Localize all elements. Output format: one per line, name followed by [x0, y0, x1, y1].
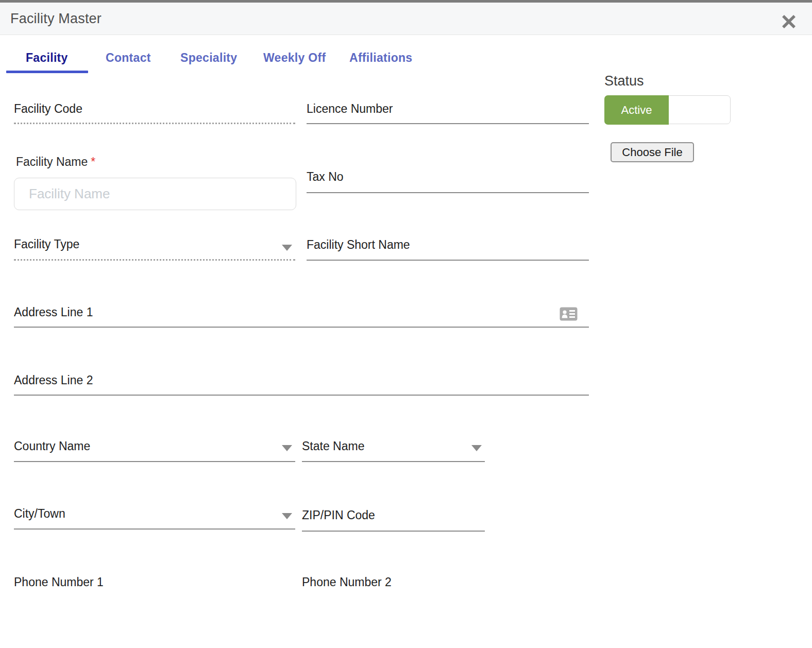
status-toggle-active-segment[interactable]: Active: [604, 95, 669, 125]
facility-type-select[interactable]: Facility Type: [14, 237, 295, 261]
facility-name-label: Facility Name*: [16, 155, 95, 169]
tab-facility[interactable]: Facility: [26, 51, 68, 65]
facility-short-name-field[interactable]: Facility Short Name: [307, 238, 589, 261]
address-line-2-field[interactable]: Address Line 2: [14, 373, 589, 396]
tab-weekly-off[interactable]: Weekly Off: [263, 51, 326, 65]
country-name-label: Country Name: [14, 439, 90, 453]
phone-number-1-label: Phone Number 1: [14, 575, 104, 589]
tab-contact[interactable]: Contact: [106, 51, 151, 65]
chevron-down-icon: [282, 445, 292, 451]
close-icon: [781, 14, 797, 29]
licence-number-field[interactable]: Licence Number: [307, 102, 589, 124]
zip-pin-code-label: ZIP/PIN Code: [302, 508, 375, 522]
chevron-down-icon: [282, 245, 292, 251]
chevron-down-icon: [282, 513, 292, 519]
facility-code-label: Facility Code: [14, 102, 82, 116]
close-button[interactable]: [779, 12, 799, 31]
address-line-2-label: Address Line 2: [14, 373, 93, 387]
chevron-down-icon: [471, 445, 482, 451]
state-name-select[interactable]: State Name: [302, 439, 485, 462]
licence-number-label: Licence Number: [307, 102, 393, 116]
contact-card-icon[interactable]: [560, 307, 578, 321]
address-line-1-label: Address Line 1: [14, 305, 93, 319]
city-town-label: City/Town: [14, 507, 65, 521]
tab-speciality[interactable]: Speciality: [180, 51, 237, 65]
facility-name-input[interactable]: [14, 178, 296, 210]
tax-no-field[interactable]: Tax No: [307, 170, 589, 193]
zip-pin-code-field[interactable]: ZIP/PIN Code: [302, 508, 485, 532]
phone-number-1-field[interactable]: Phone Number 1: [14, 575, 295, 596]
modal-header: Facility Master: [0, 3, 812, 35]
required-asterisk: *: [91, 155, 95, 168]
facility-type-label: Facility Type: [14, 237, 79, 251]
country-name-select[interactable]: Country Name: [14, 439, 295, 462]
facility-short-name-label: Facility Short Name: [307, 238, 410, 252]
state-name-label: State Name: [302, 439, 364, 453]
phone-number-2-label: Phone Number 2: [302, 575, 392, 589]
status-toggle[interactable]: Active: [604, 95, 731, 124]
facility-master-modal: Facility Master Facility Contact Special…: [0, 0, 812, 648]
facility-code-field[interactable]: Facility Code: [14, 102, 295, 124]
address-line-1-field[interactable]: Address Line 1: [14, 305, 589, 328]
phone-number-2-field[interactable]: Phone Number 2: [302, 575, 584, 596]
tab-affiliations[interactable]: Affiliations: [349, 51, 412, 65]
city-town-select[interactable]: City/Town: [14, 507, 295, 530]
status-label: Status: [604, 73, 644, 89]
choose-file-button[interactable]: Choose File: [611, 142, 694, 162]
tax-no-label: Tax No: [307, 170, 344, 184]
active-tab-indicator: [6, 71, 88, 73]
modal-title: Facility Master: [10, 11, 102, 27]
